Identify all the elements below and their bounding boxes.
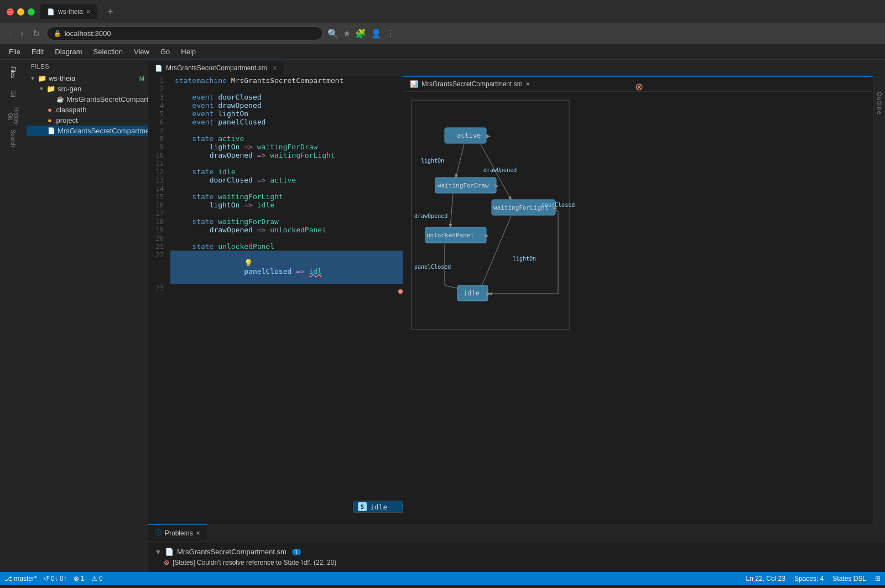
bookmark-icon[interactable]: ★: [343, 28, 351, 39]
activity-git[interactable]: Git: [3, 84, 23, 104]
ac-idle-label: idle: [370, 503, 387, 511]
tree-java-file[interactable]: ☕ MrsGrantsSecretCompartment.java: [27, 94, 148, 105]
svg-text:idle: idle: [464, 289, 480, 297]
extension-icon[interactable]: 🧩: [355, 28, 366, 39]
layout-icon[interactable]: ⊞: [875, 575, 881, 582]
autocomplete-item-idle[interactable]: S idle State ⓘ: [353, 501, 403, 512]
collapse-icon: ▼: [39, 86, 44, 92]
diagram-error-icon: ⊗: [635, 81, 643, 93]
forward-button[interactable]: ›: [18, 28, 25, 40]
project-label: .project: [54, 116, 78, 124]
editor-tab-code[interactable]: 📄 MrsGrantsSecretCompartment.sm ×: [148, 60, 284, 76]
activity-git-history[interactable]: Git History: [3, 106, 23, 126]
state-diagram-svg: active ▶ waitingForDraw ▶ waitingForLigh…: [409, 97, 575, 335]
menubar: File Edit Diagram Selection View Go Help: [0, 44, 885, 60]
search-label: Search: [11, 129, 17, 147]
menu-go[interactable]: Go: [156, 46, 174, 58]
problems-tab[interactable]: ⓘ Problems ×: [148, 524, 207, 541]
code-tab-icon: 📄: [155, 65, 163, 72]
activity-files[interactable]: Files: [3, 62, 23, 82]
menu-selection[interactable]: Selection: [88, 46, 127, 58]
errors-indicator[interactable]: ⊗ 1: [74, 575, 85, 582]
svg-text:drawOpened: drawOpened: [483, 167, 517, 173]
main-content: Files Git Git History Search Files ▼ 📁: [0, 60, 885, 572]
code-editor[interactable]: 1 statemachine MrsGrantsSecretCompartmen…: [148, 76, 403, 524]
browser-tab[interactable]: 📄 ws-theia ×: [40, 4, 97, 19]
code-line-2: 2: [148, 85, 403, 93]
reload-button[interactable]: ↻: [30, 27, 42, 40]
tree-project[interactable]: ● .project: [27, 115, 148, 126]
tree-root[interactable]: ▼ 📁 ws-theia M: [27, 73, 148, 84]
autocomplete-dropdown[interactable]: S idle State ⓘ: [353, 501, 403, 513]
fullscreen-button[interactable]: [28, 8, 35, 15]
app: File Edit Diagram Selection View Go Help…: [0, 44, 885, 585]
profile-icon[interactable]: 👤: [371, 28, 382, 39]
new-tab-button[interactable]: +: [103, 6, 118, 18]
browser-titlebar: 📄 ws-theia × +: [0, 0, 885, 23]
problem-file-item[interactable]: ▼ 📄 MrsGrantsSecretCompartment.sm 1: [153, 546, 881, 558]
code-line-8: 8 state active: [148, 134, 403, 143]
menu-diagram[interactable]: Diagram: [50, 46, 86, 58]
status-bar: ⎇ master* ↺ 0↓ 0↑ ⊗ 1 ⚠ 0 Ln 22, Col 23 …: [0, 572, 885, 585]
code-lines: 1 statemachine MrsGrantsSecretCompartmen…: [148, 76, 403, 292]
search-icon[interactable]: 🔍: [327, 28, 339, 39]
tree-src-gen[interactable]: ▼ 📁 src-gen: [27, 84, 148, 94]
diagram-tab-label: MrsGrantsSecretCompartment.sm: [421, 80, 523, 88]
src-gen-label: src-gen: [58, 85, 81, 93]
code-line-22: 22 💡 panelClosed => idl: [148, 251, 403, 284]
code-line-9: 9 lightOn => waitingForDraw: [148, 143, 403, 151]
activity-bar: Files Git Git History Search: [0, 60, 27, 572]
code-line-10: 10 drawOpened => waitingForLight: [148, 151, 403, 159]
code-line-5: 5 event lightOn: [148, 110, 403, 118]
menu-icon[interactable]: ⋮: [386, 28, 395, 39]
problem-item-1[interactable]: ⊗ [States] Couldn't resolve reference to…: [153, 558, 881, 568]
warnings-indicator[interactable]: ⚠ 0: [91, 575, 103, 582]
sidebar-header: Files: [27, 60, 148, 73]
outline-label[interactable]: Outline: [875, 87, 884, 119]
problems-tab-close[interactable]: ×: [196, 529, 200, 537]
language-indicator[interactable]: States DSL: [832, 575, 866, 582]
branch-icon: ⎇: [4, 575, 14, 582]
code-line-16: 16 lightOn => idle: [148, 201, 403, 209]
diagram-panel: ⊗ 📊 MrsGrantsSecretCompartment.sm ×: [403, 76, 873, 524]
tab-close-button[interactable]: ×: [86, 7, 91, 16]
ac-state-icon: S: [358, 502, 367, 511]
position-indicator[interactable]: Ln 22, Col 23: [746, 575, 785, 582]
diagram-content[interactable]: active ▶ waitingForDraw ▶ waitingForLigh…: [403, 92, 873, 524]
code-tab-close[interactable]: ×: [273, 64, 277, 72]
svg-text:▶: ▶: [494, 183, 499, 189]
java-icon: ☕: [56, 96, 64, 103]
file-tree: ▼ 📁 ws-theia M ▼ 📁 src-gen ☕: [27, 73, 148, 572]
code-line-7: 7: [148, 126, 403, 134]
git-history-label: Git History: [7, 106, 19, 126]
menu-help[interactable]: Help: [176, 46, 200, 58]
editor-area: 📄 MrsGrantsSecretCompartment.sm × 1 stat…: [148, 60, 885, 572]
activity-search[interactable]: Search: [3, 128, 23, 148]
problem-filename: MrsGrantsSecretCompartment.sm: [177, 548, 287, 556]
code-line-19: 19 drawOpened => unlockedPanel: [148, 226, 403, 234]
tree-sm-file[interactable]: 📄 MrsGrantsSecretCompartment.sm M: [27, 126, 148, 136]
address-bar[interactable]: 🔒 localhost:3000: [46, 27, 323, 40]
close-button[interactable]: [7, 8, 14, 15]
folder-icon: 📁: [38, 74, 46, 82]
diagram-tab-close[interactable]: ×: [526, 80, 530, 88]
code-line-13: 13 doorClosed => active: [148, 176, 403, 184]
menu-view[interactable]: View: [129, 46, 154, 58]
svg-text:waitingForDraw: waitingForDraw: [438, 182, 489, 189]
svg-text:active: active: [457, 132, 481, 139]
root-label: ws-theia: [49, 74, 75, 82]
svg-text:lightOn: lightOn: [513, 256, 536, 262]
file-sidebar: Files ▼ 📁 ws-theia M ▼ 📁 src-gen: [27, 60, 148, 572]
menu-file[interactable]: File: [4, 46, 25, 58]
spaces-indicator[interactable]: Spaces: 4: [794, 575, 824, 582]
status-right: Ln 22, Col 23 Spaces: 4 States DSL ⊞: [746, 575, 881, 582]
minimize-button[interactable]: [17, 8, 24, 15]
problems-content: ▼ 📄 MrsGrantsSecretCompartment.sm 1 ⊗ [S…: [148, 542, 885, 572]
branch-indicator[interactable]: ⎇ master*: [4, 575, 37, 582]
sync-indicator[interactable]: ↺ 0↓ 0↑: [44, 575, 67, 582]
tab-file-icon: 📄: [47, 8, 55, 15]
svg-text:▶: ▶: [486, 290, 491, 296]
tree-classpath[interactable]: ● .classpath: [27, 105, 148, 115]
back-button[interactable]: ‹: [7, 28, 14, 40]
menu-edit[interactable]: Edit: [27, 46, 48, 58]
